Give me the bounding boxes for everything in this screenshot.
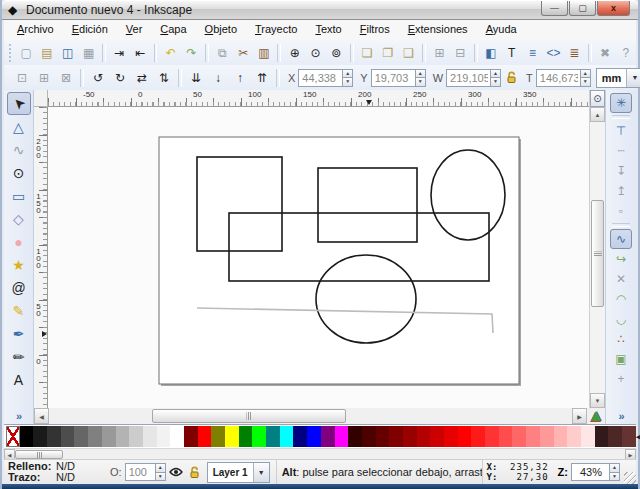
snap-bbox-midpoints-button[interactable]: ↥ bbox=[610, 181, 632, 201]
color-managed-display-toggle[interactable] bbox=[587, 408, 605, 424]
zoom-field[interactable] bbox=[571, 463, 609, 481]
layer-dropdown[interactable]: Layer 1 ▼ bbox=[207, 462, 270, 483]
zoom-on-resize-toggle[interactable]: ⊙ bbox=[590, 90, 605, 107]
vertical-scroll-track[interactable] bbox=[590, 122, 605, 393]
color-swatch-16[interactable] bbox=[225, 426, 239, 447]
color-swatch-35[interactable] bbox=[485, 426, 499, 447]
color-swatch-45[interactable] bbox=[622, 426, 636, 447]
color-swatch-25[interactable] bbox=[348, 426, 362, 447]
color-swatch-30[interactable] bbox=[417, 426, 431, 447]
select-all-button[interactable]: ⊡ bbox=[12, 68, 32, 88]
tool-node-editor-button[interactable]: △ bbox=[7, 115, 31, 138]
color-swatch-32[interactable] bbox=[444, 426, 458, 447]
snap-object-centers-button[interactable]: ▣ bbox=[610, 349, 632, 369]
palette-scroll-thumb[interactable] bbox=[15, 450, 63, 459]
zoom-to-page-button[interactable]: ⊚ bbox=[327, 43, 346, 63]
color-swatch-19[interactable] bbox=[266, 426, 280, 447]
select-all-in-all-layers-button[interactable]: ⊞ bbox=[34, 68, 54, 88]
text-dialog-button[interactable]: T bbox=[502, 43, 521, 63]
vertical-ruler[interactable]: 200150100500 bbox=[34, 107, 48, 408]
snap-nodes-paths-button[interactable]: ∿ bbox=[610, 229, 632, 249]
print-document-button[interactable]: ▦ bbox=[79, 43, 98, 63]
swatch-none[interactable] bbox=[6, 426, 20, 447]
tool-rectangle-button[interactable]: ▭ bbox=[7, 184, 31, 207]
open-document-button[interactable]: ▤ bbox=[38, 43, 57, 63]
menu-item-ayuda[interactable]: Ayuda bbox=[477, 20, 526, 40]
scroll-left-arrow[interactable]: ◀ bbox=[34, 408, 49, 424]
scroll-right-arrow[interactable]: ▶ bbox=[572, 408, 587, 424]
color-swatch-27[interactable] bbox=[376, 426, 390, 447]
save-document-button[interactable]: ◫ bbox=[58, 43, 77, 63]
menu-item-objeto[interactable]: Objeto bbox=[196, 20, 246, 40]
horizontal-scroll-thumb[interactable] bbox=[152, 409, 346, 423]
color-swatch-31[interactable] bbox=[430, 426, 444, 447]
snap-bbox-edges-button[interactable]: ┄ bbox=[610, 141, 632, 161]
color-swatch-18[interactable] bbox=[252, 426, 266, 447]
menu-item-capa[interactable]: Capa bbox=[151, 20, 195, 40]
drawing-svg[interactable] bbox=[48, 107, 589, 408]
color-swatch-7[interactable] bbox=[102, 426, 116, 447]
copy-button[interactable]: ⧉ bbox=[213, 43, 232, 63]
layers-dialog-button[interactable]: ≡ bbox=[523, 43, 542, 63]
layer-lock-icon[interactable] bbox=[189, 466, 201, 479]
color-swatch-34[interactable] bbox=[471, 426, 485, 447]
menu-item-extensiones[interactable]: Extensiones bbox=[399, 20, 477, 40]
raise-one-step-button[interactable]: ↑ bbox=[230, 68, 250, 88]
raise-to-top-button[interactable]: ⇈ bbox=[252, 68, 272, 88]
height-spinner[interactable]: ▲▼ bbox=[580, 69, 591, 87]
zoom-to-drawing-button[interactable]: ⊙ bbox=[306, 43, 325, 63]
opacity-spinner[interactable]: ▲▼ bbox=[155, 463, 166, 481]
tool-calligraphy-button[interactable]: ✏ bbox=[7, 345, 31, 368]
color-swatch-28[interactable] bbox=[389, 426, 403, 447]
color-swatch-11[interactable] bbox=[157, 426, 171, 447]
deselect-button[interactable]: ⊠ bbox=[56, 68, 76, 88]
color-swatch-26[interactable] bbox=[362, 426, 376, 447]
tool-text-button[interactable]: A bbox=[7, 368, 31, 391]
menu-item-archivo[interactable]: Archivo bbox=[8, 20, 63, 40]
tool-pen-button[interactable]: ✒ bbox=[7, 322, 31, 345]
lower-to-bottom-button[interactable]: ⇊ bbox=[186, 68, 206, 88]
color-swatch-29[interactable] bbox=[403, 426, 417, 447]
color-swatch-40[interactable] bbox=[554, 426, 568, 447]
menu-item-filtros[interactable]: Filtros bbox=[351, 20, 399, 40]
zoom-spinner[interactable]: ▲▼ bbox=[609, 463, 620, 481]
duplicate-button[interactable]: ❏ bbox=[358, 43, 377, 63]
create-clone-button[interactable]: ❐ bbox=[378, 43, 397, 63]
opacity-field[interactable] bbox=[125, 463, 155, 481]
fill-and-stroke-dialog-button[interactable]: ◧ bbox=[482, 43, 501, 63]
tool-tweak-button[interactable]: ∿ bbox=[7, 138, 31, 161]
new-document-button[interactable]: ▢ bbox=[17, 43, 36, 63]
palette-more-arrow[interactable]: ◀ bbox=[636, 426, 640, 447]
unlink-clone-button[interactable]: ❑ bbox=[399, 43, 418, 63]
tool-star-button[interactable]: ★ bbox=[7, 253, 31, 276]
color-swatch-10[interactable] bbox=[143, 426, 157, 447]
y-field[interactable] bbox=[371, 69, 415, 87]
scroll-down-arrow[interactable]: ▼ bbox=[590, 393, 605, 408]
menu-item-ver[interactable]: Ver bbox=[117, 20, 152, 40]
snap-bbox-edge-midpoints-button[interactable]: ↧ bbox=[610, 161, 632, 181]
fill-stroke-indicator[interactable]: Relleno: N/D Trazo: N/D bbox=[8, 461, 103, 483]
color-swatch-3[interactable] bbox=[47, 426, 61, 447]
snapbar-overflow-button[interactable]: » bbox=[618, 410, 623, 422]
color-swatch-17[interactable] bbox=[239, 426, 253, 447]
title-bar[interactable]: ◆ Documento nuevo 4 - Inkscape — ▢ x bbox=[2, 0, 638, 20]
color-swatch-42[interactable] bbox=[581, 426, 595, 447]
resize-grip[interactable] bbox=[624, 472, 636, 484]
preferences-button[interactable]: ✖ bbox=[596, 43, 615, 63]
redo-button[interactable]: ↷ bbox=[182, 43, 201, 63]
color-swatch-4[interactable] bbox=[61, 426, 75, 447]
menu-item-trayecto[interactable]: Trayecto bbox=[246, 20, 306, 40]
menu-item-texto[interactable]: Texto bbox=[306, 20, 350, 40]
color-swatch-43[interactable] bbox=[595, 426, 609, 447]
paste-button[interactable]: ▥ bbox=[255, 43, 274, 63]
undo-button[interactable]: ↶ bbox=[161, 43, 180, 63]
color-swatch-6[interactable] bbox=[88, 426, 102, 447]
horizontal-ruler[interactable]: -50050100150200250300350 bbox=[48, 90, 589, 107]
color-swatch-37[interactable] bbox=[512, 426, 526, 447]
color-swatch-21[interactable] bbox=[293, 426, 307, 447]
flip-horizontal-button[interactable]: ⇄ bbox=[132, 68, 152, 88]
close-button[interactable]: x bbox=[597, 1, 630, 16]
color-swatch-12[interactable] bbox=[170, 426, 184, 447]
scroll-up-arrow[interactable]: ▲ bbox=[590, 107, 605, 122]
snap-bbox-centers-button[interactable]: ▫ bbox=[610, 201, 632, 221]
